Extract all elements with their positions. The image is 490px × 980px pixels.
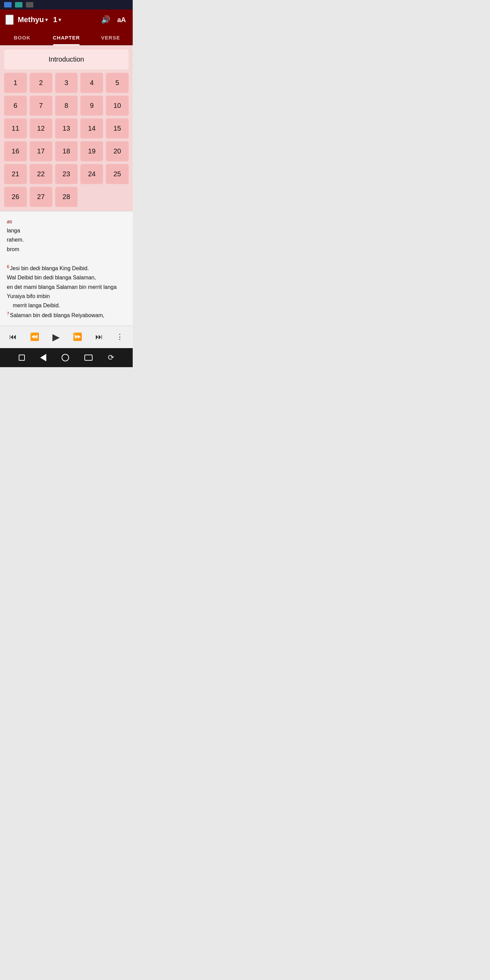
chapter-7-button[interactable]: 7	[30, 95, 52, 116]
sound-button[interactable]: 🔊	[100, 14, 111, 25]
content-line1: langa	[7, 228, 20, 234]
book-title-dropdown[interactable]: Methyu ▾	[18, 15, 48, 24]
verse-6-num: 6	[7, 264, 9, 269]
chapter-grid: 1234567891011121314151617181920212223242…	[4, 73, 129, 207]
system-nav-bar: ⟳	[0, 348, 133, 367]
chapter-27-button[interactable]: 27	[30, 187, 52, 207]
chapter-14-button[interactable]: 14	[80, 118, 103, 138]
verse-6-line2: Wal Deibid bin dedi blanga Salaman,	[7, 275, 96, 280]
nav-recents-icon[interactable]	[84, 355, 92, 361]
chapter-4-button[interactable]: 4	[80, 73, 103, 93]
nav-back-icon[interactable]	[40, 354, 46, 361]
chapter-23-button[interactable]: 23	[55, 164, 78, 184]
content-area: as langa rahem. brom 6Jesi bin dedi blan…	[0, 211, 133, 326]
chapter-16-button[interactable]: 16	[4, 141, 27, 161]
rewind-button[interactable]: ⏪	[27, 331, 42, 343]
menu-button[interactable]: ☰	[5, 14, 14, 25]
play-button[interactable]: ▶	[50, 329, 63, 345]
verse-7-text: Salaman bin dedi blanga Reiyabowam,	[10, 313, 105, 318]
forward-button[interactable]: ⏩	[70, 331, 85, 343]
chapter-5-button[interactable]: 5	[106, 73, 129, 93]
more-button[interactable]: ⋮	[113, 331, 126, 343]
chapter-28-button[interactable]: 28	[55, 187, 78, 207]
intro-button[interactable]: Introduction	[4, 49, 129, 69]
title-dropdown-arrow: ▾	[45, 17, 48, 22]
skip-back-button[interactable]: ⏮	[6, 331, 19, 343]
tab-bar: BOOK CHAPTER VERSE	[0, 30, 133, 45]
chapter-11-button[interactable]: 11	[4, 118, 27, 138]
chapter-26-button[interactable]: 26	[4, 187, 27, 207]
chapter-17-button[interactable]: 17	[30, 141, 52, 161]
chapter-2-button[interactable]: 2	[30, 73, 52, 93]
mountain-icon	[4, 2, 11, 8]
app-bar: ☰ Methyu ▾ 1 ▾ 🔊 aA	[0, 10, 133, 30]
tab-verse[interactable]: VERSE	[89, 30, 133, 45]
chapter-num-dropdown[interactable]: 1 ▾	[53, 15, 61, 24]
chapter-20-button[interactable]: 20	[106, 141, 129, 161]
compass-icon	[26, 2, 33, 8]
chapter-22-button[interactable]: 22	[30, 164, 52, 184]
nav-home-icon[interactable]	[62, 354, 69, 361]
verse-7-num: 7	[7, 311, 9, 316]
chapter-19-button[interactable]: 19	[80, 141, 103, 161]
chapter-13-button[interactable]: 13	[55, 118, 78, 138]
verse-6-line4: merrit langa Deibid.	[13, 302, 60, 308]
player-bar: ⏮ ⏪ ▶ ⏩ ⏭ ⋮	[0, 326, 133, 348]
chapter-3-button[interactable]: 3	[55, 73, 78, 93]
chapter-panel: Introduction 123456789101112131415161718…	[0, 45, 133, 211]
chart-icon	[15, 2, 22, 8]
skip-forward-button[interactable]: ⏭	[92, 331, 105, 343]
chapter-25-button[interactable]: 25	[106, 164, 129, 184]
chapter-1-button[interactable]: 1	[4, 73, 27, 93]
status-bar	[0, 0, 133, 10]
content-line3: brom	[7, 247, 19, 252]
chapter-10-button[interactable]: 10	[106, 95, 129, 116]
book-title-label: Methyu	[18, 15, 44, 24]
chapter-8-button[interactable]: 8	[55, 95, 78, 116]
font-button[interactable]: aA	[116, 14, 127, 25]
nav-refresh-icon[interactable]: ⟳	[108, 353, 114, 362]
chapter-12-button[interactable]: 12	[30, 118, 52, 138]
tab-chapter[interactable]: CHAPTER	[44, 30, 89, 45]
tab-book[interactable]: BOOK	[0, 30, 44, 45]
chapter-18-button[interactable]: 18	[55, 141, 78, 161]
chapter-24-button[interactable]: 24	[80, 164, 103, 184]
chapter-15-button[interactable]: 15	[106, 118, 129, 138]
verse-6-text: Jesi bin dedi blanga King Deibid.	[10, 266, 89, 271]
italic-suffix: as	[7, 218, 12, 224]
nav-square-icon[interactable]	[19, 355, 25, 361]
verse-6-line3: en det mami blanga Salaman bin merrit la…	[7, 284, 117, 299]
chapter-21-button[interactable]: 21	[4, 164, 27, 184]
chapter-9-button[interactable]: 9	[80, 95, 103, 116]
chapter-num-label: 1	[53, 15, 57, 24]
content-line2: rahem.	[7, 237, 24, 243]
chapter-dropdown-arrow: ▾	[59, 17, 61, 22]
chapter-6-button[interactable]: 6	[4, 95, 27, 116]
